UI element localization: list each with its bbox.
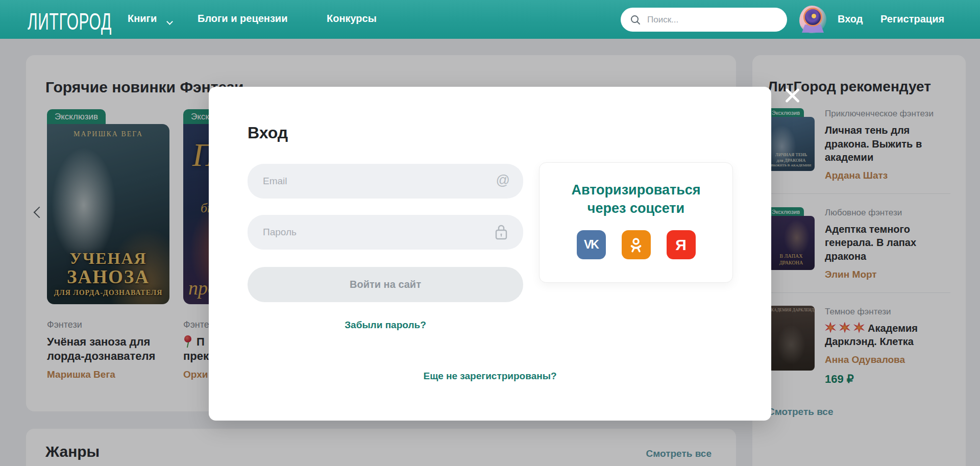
vk-auth-button[interactable]: VK	[577, 230, 606, 259]
site-header: ЛИТГОРОД Книги Блоги и рецензии Конкурсы…	[0, 0, 980, 39]
odnoklassniki-auth-button[interactable]	[622, 230, 651, 259]
yandex-auth-button[interactable]: Я	[667, 230, 696, 259]
chevron-down-icon	[166, 18, 173, 25]
search-icon	[630, 14, 641, 26]
lock-icon	[494, 224, 509, 243]
yandex-icon: Я	[675, 236, 687, 254]
search-input[interactable]	[647, 15, 770, 25]
login-link[interactable]: Вход	[838, 13, 863, 25]
login-submit-button[interactable]: Войти на сайт	[248, 267, 523, 302]
social-auth-heading: Авторизироваться через соцсети	[540, 181, 732, 217]
password-field[interactable]	[248, 215, 523, 250]
odnoklassniki-icon	[629, 237, 643, 253]
vk-icon: VK	[584, 238, 598, 252]
modal-title: Вход	[248, 124, 288, 142]
avatar-art-dot	[812, 14, 816, 18]
register-link[interactable]: Регистрация	[880, 13, 944, 25]
email-field-wrap: @	[248, 164, 523, 199]
social-auth-card: Авторизироваться через соцсети VK Я	[539, 162, 733, 283]
not-registered-link[interactable]: Еще не зарегистрированы?	[209, 371, 771, 382]
social-auth-buttons: VK Я	[540, 230, 732, 259]
avatar[interactable]	[798, 5, 827, 34]
site-logo[interactable]: ЛИТГОРОД	[28, 8, 112, 35]
login-modal: Вход @ Войти на сайт Забыли пароль? Еще …	[209, 87, 771, 421]
at-icon: @	[496, 173, 510, 188]
nav-item-blogs[interactable]: Блоги и рецензии	[198, 13, 287, 24]
forgot-password-link[interactable]: Забыли пароль?	[248, 320, 523, 331]
nav-item-contests[interactable]: Конкурсы	[327, 13, 377, 24]
modal-close-button[interactable]	[782, 86, 802, 105]
password-field-wrap	[248, 215, 523, 250]
nav-item-books[interactable]: Книги	[128, 13, 157, 24]
email-field[interactable]	[248, 164, 523, 199]
search-box	[621, 8, 787, 32]
